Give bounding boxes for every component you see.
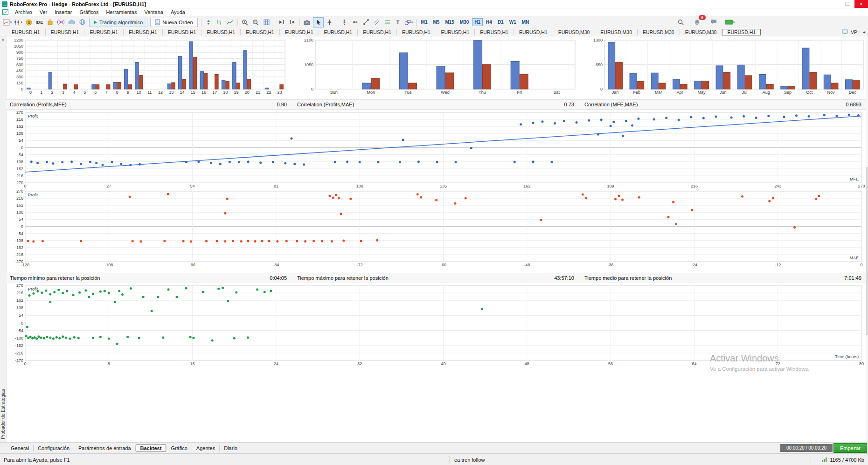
timeframe-m30[interactable]: M30: [458, 18, 471, 26]
community-button[interactable]: [77, 18, 87, 27]
market-button[interactable]: [45, 18, 55, 27]
tabs-scroll-left-icon[interactable]: ◂: [861, 29, 867, 35]
toolbar-separator: [201, 19, 201, 26]
chart-tab[interactable]: EURUSD,H1: [436, 29, 475, 35]
grid-button[interactable]: [262, 18, 271, 27]
chart-tab[interactable]: EURUSD,H1: [280, 29, 319, 35]
timeframe-m15[interactable]: M15: [443, 18, 456, 26]
svg-text:-48: -48: [524, 263, 530, 267]
algo-trading-button[interactable]: Trading algoritmico: [89, 18, 147, 27]
signals-button[interactable]: [56, 18, 66, 27]
menu-archivo[interactable]: Archivo: [11, 9, 36, 15]
search-icon: [678, 19, 684, 25]
vertical-line-button[interactable]: [340, 18, 349, 27]
line-chart-icon: [227, 20, 233, 25]
metaeditor-button[interactable]: IDE: [35, 18, 44, 27]
zoom-in-button[interactable]: [240, 18, 250, 27]
line-chart-mode-button[interactable]: [225, 18, 235, 27]
help-hint: Para abrir la Ayuda, pulse F1: [0, 457, 70, 463]
new-order-button[interactable]: Nueva Orden: [150, 18, 197, 27]
menu-ayuda[interactable]: Ayuda: [167, 9, 189, 15]
timeframe-d1[interactable]: D1: [495, 18, 506, 26]
trendline-button[interactable]: [361, 18, 371, 27]
vps-button[interactable]: [67, 18, 76, 27]
memory-bars-icon: [822, 458, 827, 462]
zoom-out-button[interactable]: [251, 18, 261, 27]
svg-text:162: 162: [16, 203, 23, 208]
minimize-button[interactable]: [827, 0, 841, 8]
svg-text:4: 4: [73, 90, 75, 95]
svg-text:-54: -54: [17, 231, 23, 236]
timeframe-h4[interactable]: H4: [484, 18, 494, 26]
chart-tab[interactable]: EURUSD,H1: [475, 29, 514, 35]
chart-tab[interactable]: EURUSD,H1: [358, 29, 397, 35]
close-button[interactable]: ×: [854, 0, 868, 8]
chart-tab[interactable]: EURUSD,H1: [201, 29, 241, 35]
chart-tab[interactable]: EURUSD,H1: [241, 29, 280, 35]
channel-button[interactable]: [372, 18, 382, 27]
chart-shift-button[interactable]: [287, 18, 297, 27]
cursor-button[interactable]: [313, 17, 324, 28]
chat-button[interactable]: [708, 17, 718, 27]
svg-text:1300: 1300: [593, 38, 603, 42]
tab-parametros[interactable]: Parámetros de entrada: [74, 444, 135, 452]
new-chart-button[interactable]: ▾: [2, 18, 12, 27]
connection-status-button[interactable]: [725, 17, 735, 27]
search-button[interactable]: [676, 17, 686, 27]
horizontal-line-button[interactable]: [350, 18, 360, 27]
time-cell: Tiempo máximo para retener la posición 4…: [293, 275, 581, 281]
timeframe-m1[interactable]: M1: [419, 18, 430, 26]
tab-agentes[interactable]: Agentes: [192, 444, 219, 452]
tab-backtest[interactable]: Backtest: [136, 444, 167, 452]
tab-diario[interactable]: Diario: [220, 444, 242, 452]
scrollbar-thumb[interactable]: [866, 167, 868, 335]
chart-tab[interactable]: EURUSD,H1: [7, 29, 46, 35]
fibonacci-button[interactable]: [382, 18, 392, 27]
chart-tab[interactable]: EURUSD,H1: [163, 29, 202, 35]
chart-tab[interactable]: EURUSD,M30: [595, 29, 638, 35]
quotes-button[interactable]: $: [24, 18, 34, 27]
timeframe-h1[interactable]: H1: [472, 18, 483, 26]
menu-herramientas[interactable]: Herramientas: [102, 9, 140, 15]
menu-ventana[interactable]: Ventana: [141, 9, 167, 15]
timeframe-m5[interactable]: M5: [431, 18, 442, 26]
svg-text:0: 0: [24, 361, 26, 366]
auto-scroll-button[interactable]: [277, 18, 286, 27]
notifications-button[interactable]: 9: [692, 17, 702, 27]
timeframe-mn[interactable]: MN: [520, 18, 532, 26]
svg-text:12: 12: [158, 90, 163, 95]
bar-chart-mode-button[interactable]: [215, 18, 224, 27]
chart-tab[interactable]: EURUSD,H1: [722, 29, 761, 35]
start-button[interactable]: Empezar: [833, 443, 867, 453]
chart-tab[interactable]: EURUSD,M30: [553, 29, 596, 35]
bell-icon: [694, 19, 700, 25]
chart-tab[interactable]: EURUSD,H1: [46, 29, 85, 35]
bar-to-arrow-icon: [289, 20, 295, 25]
crosshair-button[interactable]: [325, 18, 334, 27]
tab-grafico[interactable]: Gráfico: [167, 444, 191, 452]
chart-tab[interactable]: EURUSD,M30: [638, 29, 680, 35]
close-tester-icon[interactable]: ×: [0, 38, 6, 43]
chart-tab[interactable]: EURUSD,H1: [319, 29, 358, 35]
text-tool-button[interactable]: T: [393, 18, 403, 27]
tile-windows-button[interactable]: [204, 18, 214, 27]
chart-tab[interactable]: EURUSD,H1: [124, 29, 163, 35]
chart-tab[interactable]: EURUSD,H1: [514, 29, 553, 35]
tab-general[interactable]: General: [7, 444, 33, 452]
svg-text:17: 17: [212, 90, 217, 95]
chart-tab[interactable]: EURUSD,M30: [680, 29, 722, 35]
status-bar: Para abrir la Ayuda, pulse F1 ea tren fo…: [0, 453, 868, 465]
timeframe-w1[interactable]: W1: [507, 18, 519, 26]
shapes-button[interactable]: ▾: [404, 18, 414, 27]
menu-graficos[interactable]: Gráficos: [76, 9, 103, 15]
chart-tab[interactable]: EURUSD,H1: [84, 29, 124, 35]
tab-configuracion[interactable]: Configuración: [34, 444, 74, 452]
chart-type-button[interactable]: ▾: [13, 18, 23, 27]
chart-tab[interactable]: EURUSD,H1: [397, 29, 436, 35]
vertical-scrollbar[interactable]: [866, 36, 868, 442]
screenshot-button[interactable]: [302, 18, 312, 27]
maximize-button[interactable]: [841, 0, 854, 8]
menu-insertar[interactable]: Insertar: [51, 9, 76, 15]
svg-text:24: 24: [274, 361, 278, 366]
menu-ver[interactable]: Ver: [36, 9, 51, 15]
